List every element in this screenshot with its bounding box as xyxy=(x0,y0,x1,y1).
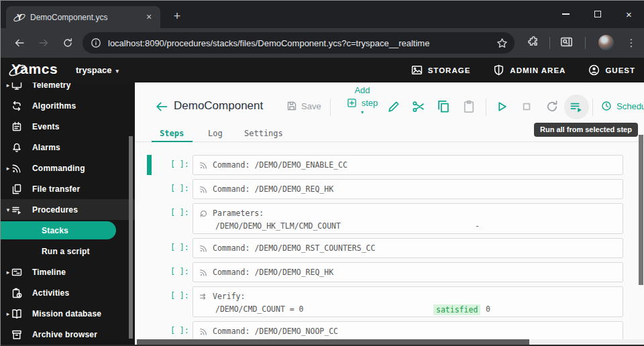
save-icon xyxy=(286,101,297,111)
verify-status-value: 0 xyxy=(486,304,490,314)
clipboard-paste-icon xyxy=(462,100,476,113)
edit-button[interactable] xyxy=(387,100,400,113)
window-minimize-button[interactable] xyxy=(550,1,582,27)
copy-icon xyxy=(437,100,450,113)
schedule-button[interactable]: Schedu xyxy=(601,101,644,111)
step-label: Parameters: xyxy=(213,209,264,218)
horizontal-scrollbar-track[interactable] xyxy=(135,339,644,345)
step-row: [ ]:Command:/DEMO/DEMO_NOOP_CC xyxy=(193,321,623,339)
bell-icon xyxy=(11,142,22,153)
step-label: Command: xyxy=(213,184,250,194)
sidebar-item-mission-database[interactable]: ▸Mission database xyxy=(1,303,135,324)
forward-arrow-icon xyxy=(38,38,49,48)
chevron-down-icon[interactable]: ▾ xyxy=(336,110,388,115)
step-value: /DEMO/DEMO_REQ_HK xyxy=(254,268,333,277)
yamcs-logo[interactable]: Yamcs xyxy=(11,61,58,80)
extensions-button[interactable] xyxy=(527,36,541,50)
sidebar-item-timeline[interactable]: ▸Timeline xyxy=(1,262,135,282)
step-command-box[interactable]: Command:/DEMO/DEMO_REQ_HK xyxy=(193,179,623,199)
parameter-name: /DEMO/DEMO_HK_TLM/CMD_COUNT xyxy=(215,221,341,231)
header-link-guest[interactable]: GUEST xyxy=(588,64,635,76)
toolbar-divider xyxy=(592,99,593,116)
sidebar-item-commanding[interactable]: ▸Commanding xyxy=(1,158,135,178)
step-verify-box[interactable]: Verify:/DEMO/CMD_COUNT = 0satisfied0 xyxy=(193,286,623,317)
sidebar-item-events[interactable]: Events xyxy=(1,116,135,137)
page-back-button[interactable] xyxy=(155,100,168,113)
step-breakpoint-prefix[interactable]: [ ]: xyxy=(170,160,189,169)
add-box-icon xyxy=(347,98,357,108)
browser-tab[interactable]: Y DemoComponent.ycs × xyxy=(6,6,160,28)
tab-settings[interactable]: Settings xyxy=(244,129,283,138)
back-nav-button[interactable] xyxy=(11,35,28,51)
tab-steps[interactable]: Steps xyxy=(160,129,184,138)
profile-avatar[interactable] xyxy=(598,35,614,50)
horizontal-scrollbar-thumb[interactable] xyxy=(137,339,529,345)
step-parameters-box[interactable]: Parameters:/DEMO/DEMO_HK_TLM/CMD_COUNT- xyxy=(193,203,623,234)
header-link-storage[interactable]: STORAGE xyxy=(411,64,471,76)
window-close-button[interactable]: × xyxy=(613,1,644,27)
playlist-play-icon xyxy=(11,205,22,215)
forward-nav-button[interactable] xyxy=(36,35,52,51)
sidebar-item-telemetry[interactable]: ▸Telemetry xyxy=(1,82,135,95)
steps-list: [ ]:Command:/DEMO/DEMO_ENABLE_CC[ ]:Comm… xyxy=(135,150,644,339)
command-step-icon xyxy=(199,268,208,277)
step-command-box[interactable]: Command:/DEMO/DEMO_NOOP_CC xyxy=(193,321,623,339)
step-row: [ ]:Command:/DEMO/DEMO_RST_COUNTERS_CC xyxy=(193,238,623,258)
step-row: [ ]:Command:/DEMO/DEMO_REQ_HK xyxy=(193,262,623,282)
sidebar-item-archive-browser[interactable]: Archive browser xyxy=(1,324,135,345)
header-link-admin-area[interactable]: ADMIN AREA xyxy=(493,64,566,76)
run-all-from-selected-button[interactable] xyxy=(570,100,583,113)
chrome-menu-button[interactable]: ⋮ xyxy=(624,35,639,51)
step-row: [ ]:Parameters:/DEMO/DEMO_HK_TLM/CMD_COU… xyxy=(193,203,623,234)
file-copy-icon xyxy=(11,184,22,194)
step-row: [ ]:Verify:/DEMO/CMD_COUNT = 0satisfied0 xyxy=(193,286,623,317)
step-breakpoint-prefix[interactable]: [ ]: xyxy=(170,208,189,217)
step-label: Command: xyxy=(213,268,250,277)
sidebar-item-stacks[interactable]: Stacks xyxy=(1,220,135,241)
step-breakpoint-prefix[interactable]: [ ]: xyxy=(170,291,189,300)
step-command-box[interactable]: Command:/DEMO/DEMO_REQ_HK xyxy=(193,262,623,282)
sidebar-item-label: Archive browser xyxy=(32,330,97,339)
tab-log[interactable]: Log xyxy=(208,129,223,138)
url-bar[interactable]: localhost:8090/procedures/stacks/files/D… xyxy=(83,32,515,54)
step-breakpoint-prefix[interactable]: [ ]: xyxy=(170,243,189,252)
vertical-scrollbar-thumb[interactable] xyxy=(639,135,643,285)
calendar-icon xyxy=(11,121,22,132)
step-command-box[interactable]: Command:/DEMO/DEMO_ENABLE_CC xyxy=(193,155,623,175)
timeline-icon xyxy=(11,267,22,278)
sidebar-item-algorithms[interactable]: Algorithms xyxy=(1,95,135,116)
sidebar-item-procedures[interactable]: ▾Procedures xyxy=(1,199,135,220)
sidebar-item-alarms[interactable]: Alarms xyxy=(1,137,135,158)
playlist-play-icon xyxy=(570,100,583,113)
step-breakpoint-prefix[interactable]: [ ]: xyxy=(170,326,189,335)
cut-button[interactable] xyxy=(412,100,425,113)
new-tab-button[interactable]: + xyxy=(168,8,186,25)
tab-close-icon[interactable]: × xyxy=(143,11,155,23)
maximize-icon xyxy=(594,11,601,17)
step-breakpoint-prefix[interactable]: [ ]: xyxy=(170,267,189,276)
refresh-button[interactable] xyxy=(545,100,559,113)
sidebar-item-activities[interactable]: Activities xyxy=(1,282,135,303)
step-breakpoint-prefix[interactable]: [ ]: xyxy=(170,184,189,193)
add-step-button[interactable]: Add step ▾ xyxy=(336,85,388,115)
run-button[interactable] xyxy=(495,100,508,113)
stop-button[interactable] xyxy=(520,100,533,113)
save-button[interactable]: Save xyxy=(286,101,321,111)
instance-selector[interactable]: tryspace▾ xyxy=(76,65,119,75)
person-circle-icon xyxy=(588,64,600,76)
paste-button[interactable] xyxy=(462,100,476,113)
step-command-box[interactable]: Command:/DEMO/DEMO_RST_COUNTERS_CC xyxy=(193,238,623,258)
side-panel-search-button[interactable] xyxy=(560,36,575,50)
parameter-value: - xyxy=(475,221,480,231)
back-arrow-icon xyxy=(14,38,25,48)
window-maximize-button[interactable] xyxy=(582,1,613,27)
reload-button[interactable] xyxy=(60,35,76,51)
sidebar-scrollbar-thumb[interactable] xyxy=(129,136,133,339)
site-info-icon[interactable] xyxy=(91,38,101,48)
copy-button[interactable] xyxy=(437,100,450,113)
tab-title: DemoComponent.ycs xyxy=(30,13,143,22)
sidebar-item-file-transfer[interactable]: File transfer xyxy=(1,178,135,199)
sidebar-item-run-a-script[interactable]: Run a script xyxy=(1,241,135,262)
bookmark-star-icon[interactable] xyxy=(496,38,508,49)
active-tab-underline xyxy=(152,141,193,142)
